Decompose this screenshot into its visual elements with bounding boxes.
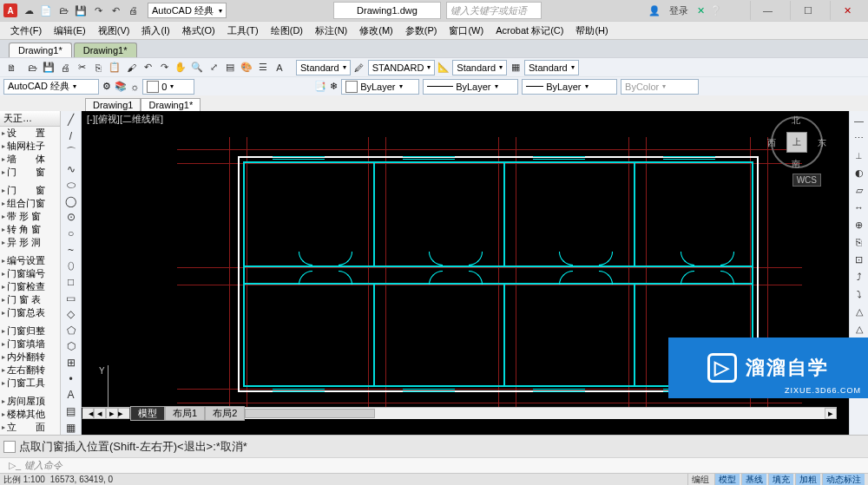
palette-item-11[interactable]: 编号设置 [0,254,60,267]
modify-tool-2[interactable]: ⟂ [852,147,867,163]
layout-tab-2[interactable]: 布局2 [205,406,245,421]
palette-item-20[interactable]: 左右翻转 [0,364,60,377]
palette-item-9[interactable]: 异 形 洞 [0,236,60,249]
command-input[interactable]: ▷_ 键入命令 [0,457,868,473]
qat-open-icon[interactable]: 🗁 [56,3,71,18]
palette-item-0[interactable]: 设 置 [0,127,60,140]
qat-redo-icon[interactable]: ↷ [90,3,106,18]
draw-tool-5[interactable]: ◯ [63,194,79,209]
cut-icon[interactable]: ✂ [74,60,89,75]
draw-tool-12[interactable]: ◇ [63,307,79,322]
pan-icon[interactable]: ✋ [173,60,188,75]
menu-dimension[interactable]: 标注(N) [310,23,352,39]
draw-tool-2[interactable]: ⌒ [63,145,79,160]
palette-item-19[interactable]: 内外翻转 [0,351,60,364]
palette-item-24[interactable]: 楼梯其他 [0,408,60,421]
menu-modify[interactable]: 修改(M) [354,23,398,39]
palette-item-17[interactable]: 门窗归整 [0,324,60,338]
redo-icon[interactable]: ↷ [156,60,172,75]
modify-tool-3[interactable]: ◐ [852,165,867,180]
sheet-icon[interactable]: ▤ [222,60,238,75]
layout-next-button[interactable]: ▸ [106,408,118,419]
undo-icon[interactable]: ↶ [140,60,155,75]
new-icon[interactable]: 🗎 [3,60,19,75]
modify-tool-10[interactable]: ⤵ [852,286,867,302]
palette-icon[interactable]: 🎨 [239,60,254,75]
status-baseline[interactable]: 基线 [741,474,766,486]
palette-item-6[interactable]: 组合门窗 [0,197,60,210]
palette-item-18[interactable]: 门窗填墙 [0,338,60,351]
status-fill[interactable]: 填充 [768,474,793,486]
command-toggle-icon[interactable] [3,441,16,453]
draw-tool-1[interactable]: / [63,129,79,144]
status-bold[interactable]: 加粗 [795,474,820,486]
command-history[interactable]: 点取门窗插入位置(Shift-左右开)<退出>:*取消* [0,435,868,457]
maximize-button[interactable]: ☐ [790,1,825,20]
menu-edit[interactable]: 编辑(E) [49,23,91,39]
status-scale[interactable]: 比例 1:100 [3,474,45,486]
zoom-icon[interactable]: 🔍 [189,60,205,75]
draw-tool-10[interactable]: □ [63,275,79,290]
draw-tool-16[interactable]: • [63,371,79,386]
login-icon[interactable]: 👤 [648,5,661,16]
close-button[interactable]: ✕ [830,1,865,20]
menu-view[interactable]: 视图(V) [93,23,135,39]
draw-tool-4[interactable]: ⬭ [63,178,79,193]
draw-tool-9[interactable]: ⬯ [63,259,79,273]
zoom-window-icon[interactable]: ⤢ [206,60,221,75]
menu-help[interactable]: 帮助(H) [570,23,613,39]
help-icon[interactable]: A [272,60,287,75]
wcs-label[interactable]: WCS [792,174,821,187]
qat-save-icon[interactable]: 💾 [73,3,89,18]
qat-new-icon[interactable]: 📄 [38,3,54,18]
modify-tool-5[interactable]: ↔ [852,200,867,215]
palette-item-8[interactable]: 转 角 窗 [0,223,60,236]
layer-dropdown[interactable]: 0▾ [142,79,194,95]
modify-tool-4[interactable]: ▱ [852,182,867,198]
workspace-dropdown[interactable]: AutoCAD 经典 ▾ [148,3,227,18]
menu-window[interactable]: 窗口(W) [444,23,489,39]
menu-format[interactable]: 格式(O) [177,23,220,39]
layout-last-button[interactable]: ▸▕ [118,408,130,419]
menu-file[interactable]: 文件(F) [5,23,47,39]
dimstyle-dropdown[interactable]: STANDARD▾ [368,60,436,75]
draw-tool-6[interactable]: ⊙ [63,210,79,225]
palette-item-5[interactable]: 门 窗 [0,184,60,197]
palette-item-26[interactable]: 剖 面 [0,434,60,435]
copy-icon[interactable]: ⎘ [90,60,106,75]
sun-icon[interactable]: ☼ [130,82,139,92]
modify-tool-9[interactable]: ⤴ [852,269,867,285]
viewcube-top[interactable]: 上 [786,132,807,153]
layer-states-icon[interactable]: 📑 [314,81,326,92]
open-icon[interactable]: 🗁 [24,60,40,75]
layout-tab-1[interactable]: 布局1 [165,406,205,421]
draw-tool-7[interactable]: ○ [63,226,79,241]
draw-tool-14[interactable]: ⬡ [63,339,79,354]
minimize-button[interactable]: — [750,1,785,20]
paste-icon[interactable]: 📋 [107,60,122,75]
palette-item-2[interactable]: 墙 体 [0,153,60,166]
lineweight-dropdown[interactable]: ByLayer▾ [522,79,617,95]
modify-tool-7[interactable]: ⎘ [852,234,867,250]
menu-insert[interactable]: 插入(I) [136,23,174,39]
draw-tool-18[interactable]: ▤ [63,404,79,419]
viewcube[interactable]: 上 北 南 东 西 [771,116,823,168]
palette-item-23[interactable]: 房间屋顶 [0,395,60,408]
exchange-icon[interactable]: ✕ [697,5,705,16]
modify-tool-1[interactable]: ⋯ [852,130,867,146]
tablestyle-btn[interactable]: ▦ [508,60,523,75]
mleaderstyle-dropdown[interactable]: Standard▾ [524,60,579,75]
status-model[interactable]: 模型 [714,474,740,486]
plotstyle-dropdown[interactable]: ByColor▾ [621,79,699,95]
h-scroll-right[interactable]: ▸ [825,408,837,419]
draw-tool-19[interactable]: ▦ [63,420,79,435]
modify-tool-0[interactable]: — [852,113,867,128]
layout-prev-button[interactable]: ◂ [94,408,106,419]
draw-tool-17[interactable]: A [63,388,79,403]
tablestyle-dropdown[interactable]: Standard▾ [452,60,507,75]
draw-tool-8[interactable]: ~ [63,242,79,257]
qat-undo-icon[interactable]: ↶ [108,3,123,18]
help-icon[interactable]: ❔ [710,5,722,16]
modify-tool-6[interactable]: ⊕ [852,217,867,233]
palette-item-15[interactable]: 门窗总表 [0,306,60,319]
